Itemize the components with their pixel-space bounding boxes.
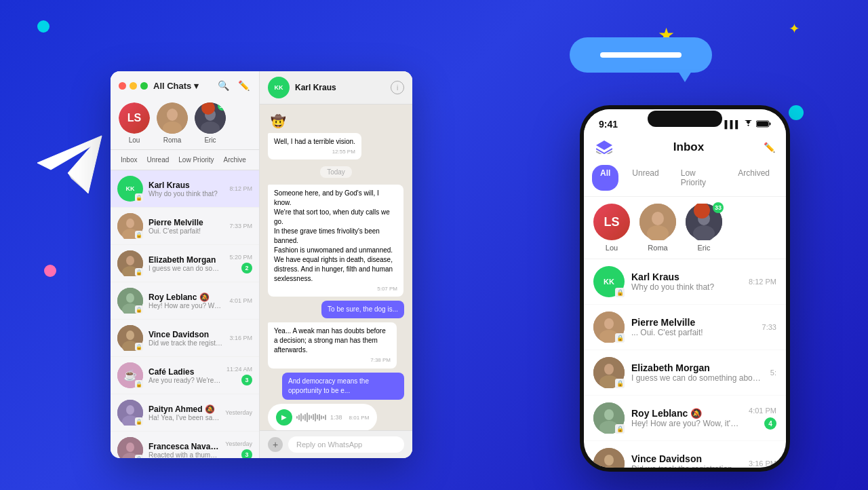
chat-info-roy: Roy Leblanc 🔕 Hey! How are you? Wow, it'… (149, 293, 224, 309)
chat-info-karl: Karl Kraus Why do you think that? (149, 181, 224, 197)
desktop-chat-window: All Chats ▾ 🔍 ✏️ LS Lou Roma (111, 71, 412, 458)
story-item-roma[interactable]: Roma (157, 102, 188, 144)
message-in-1: Well, I had a terrible vision. 12:55 PM (268, 133, 361, 159)
phone-notch (648, 111, 722, 127)
chat-avatar-roy: 🔒 (117, 288, 143, 314)
svg-point-30 (126, 442, 134, 452)
phone-inbox-title: Inbox (673, 140, 704, 154)
message-out-2: And democracy means the opportunity to b… (282, 373, 404, 400)
phone-chat-info-vince: Vince Davidson Did we track the registra… (631, 453, 742, 468)
story-label-roma: Roma (163, 136, 182, 144)
chat-item-cafe[interactable]: ☕ 🔒 Café Ladies Are you ready? We're get… (111, 357, 259, 394)
phone-tab-archived[interactable]: Archived (730, 165, 778, 191)
phone-tab-all[interactable]: All (592, 165, 618, 191)
audio-message: ▶ 1:38 (268, 404, 377, 430)
phone-story-avatar-lou: LS (593, 204, 630, 240)
phone-story-avatar-roma (639, 204, 676, 240)
phone-story-lou[interactable]: LS Lou (593, 204, 630, 252)
phone-compose-icon[interactable]: ✏️ (764, 142, 775, 153)
chat-item-elizabeth[interactable]: 🔒 Elizabeth Morgan I guess we can do som… (111, 245, 259, 282)
window-close-button[interactable] (119, 82, 126, 90)
phone-tab-low-priority[interactable]: Low Priority (673, 165, 725, 191)
phone-screen: 9:41 ▌▌▌ Inbox ✏️ All Unread Low Pr (584, 109, 786, 468)
phone-chat-item-pierre[interactable]: 🔒 Pierre Melville ... Oui. C'est parfait… (584, 305, 786, 350)
phone-chat-list: KK 🔒 Karl Kraus Why do you think that? 8… (584, 259, 786, 468)
story-label-eric: Eric (204, 136, 216, 144)
story-item-lou[interactable]: LS Lou (119, 102, 150, 144)
filter-tab-archive[interactable]: Archive (219, 154, 251, 166)
chat-item-pierre[interactable]: 🔒 Pierre Melville Oui. C'est parfait! 7:… (111, 208, 259, 245)
chat-item-francesca[interactable]: 🔒 Francesca Navarro Reacted with a thumb… (111, 432, 259, 458)
reply-input[interactable]: Reply on WhatsApp (288, 436, 404, 453)
filter-tab-inbox[interactable]: Inbox (116, 154, 142, 166)
compose-icon[interactable]: ✏️ (236, 78, 251, 93)
phone-story-row: LS Lou Roma 33 Eric (584, 197, 786, 259)
phone-chat-avatar-pierre: 🔒 (593, 312, 625, 343)
deco-teal-circle-2 (789, 105, 804, 120)
search-icon[interactable]: 🔍 (216, 78, 231, 93)
chat-avatar-karl: KK 🔒 (117, 176, 143, 202)
layers-icon (595, 138, 614, 157)
chat-panel-header: KK Karl Kraus i (260, 71, 412, 105)
story-label-lou: Lou (129, 136, 140, 144)
svg-point-16 (126, 256, 134, 265)
svg-text:☕: ☕ (123, 369, 137, 381)
phone-chat-info-elizabeth: Elizabeth Morgan I guess we can do somet… (631, 362, 764, 383)
svg-point-6 (167, 109, 178, 121)
message-out-1: To be sure, the dog is... (321, 301, 404, 318)
phone-chat-item-vince[interactable]: 🔒 Vince Davidson Did we track the regist… (584, 441, 786, 468)
phone-story-label-eric: Eric (698, 244, 711, 252)
date-divider-today: Today (320, 166, 352, 178)
chat-sidebar: All Chats ▾ 🔍 ✏️ LS Lou Roma (111, 71, 260, 458)
filter-tab-low-priority[interactable]: Low Priority (174, 154, 218, 166)
message-in-3: Yea... A weak man has doubts before a de… (268, 322, 397, 368)
svg-point-22 (126, 331, 134, 340)
chat-item-roy[interactable]: 🔒 Roy Leblanc 🔕 Hey! How are you? Wow, i… (111, 282, 259, 320)
info-icon[interactable]: i (391, 81, 404, 94)
svg-point-53 (604, 409, 614, 420)
chat-item-paityn[interactable]: 🔒 Paityn Ahmed 🔕 Ha! Yea, I've been sayi… (111, 394, 259, 432)
phone-chat-item-roy[interactable]: 🔒 Roy Leblanc 🔕 Hey! How are you? Wow, i… (584, 396, 786, 441)
story-item-eric[interactable]: 33 Eric (195, 102, 226, 144)
chat-info-elizabeth: Elizabeth Morgan I guess we can do somet… (149, 255, 224, 272)
attach-button[interactable]: + (268, 437, 283, 452)
phone-tab-unread[interactable]: Unread (624, 165, 667, 191)
chat-info-vince: Vince Davidson Did we track the registra… (149, 330, 224, 347)
svg-point-19 (126, 293, 134, 303)
chat-header-avatar: KK (268, 77, 290, 98)
all-chats-title: All Chats ▾ (153, 81, 210, 91)
story-avatar-eric: 33 (195, 102, 226, 134)
chat-avatar-cafe: ☕ 🔒 (117, 362, 143, 388)
phone-story-eric[interactable]: 33 Eric (686, 204, 722, 252)
chat-contact-name: Karl Kraus (295, 83, 385, 92)
phone-filter-tabs: All Unread Low Priority Archived (584, 162, 786, 197)
svg-point-13 (126, 219, 134, 228)
chat-avatar-paityn: 🔒 (117, 400, 143, 426)
eric-badge: 33 (218, 102, 226, 111)
phone-chat-item-karl[interactable]: KK 🔒 Karl Kraus Why do you think that? 8… (584, 259, 786, 305)
chat-info-cafe: Café Ladies Are you ready? We're getting… (149, 367, 221, 384)
chat-avatar-francesca: 🔒 (117, 437, 143, 458)
reply-bar: + Reply on WhatsApp (260, 430, 412, 458)
chat-item-vince[interactable]: 🔒 Vince Davidson Did we track the regist… (111, 320, 259, 357)
window-maximize-button[interactable] (140, 82, 148, 90)
window-controls (119, 82, 148, 90)
filter-tab-unread[interactable]: Unread (142, 154, 174, 166)
wifi-icon (743, 120, 753, 129)
message-in-2: Someone here, and by God's will, I know.… (268, 185, 403, 297)
phone-story-roma[interactable]: Roma (639, 204, 676, 252)
audio-play-button[interactable]: ▶ (276, 409, 292, 426)
phone-eric-badge: 33 (713, 202, 724, 213)
chat-info-francesca: Francesca Navarro Reacted with a thumbs … (149, 442, 220, 459)
svg-point-50 (604, 364, 614, 375)
battery-icon (756, 120, 771, 129)
filter-tabs-desktop: Inbox Unread Low Priority Archive (111, 150, 259, 170)
phone-story-avatar-eric: 33 (686, 204, 722, 240)
chat-info-paityn: Paityn Ahmed 🔕 Ha! Yea, I've been saying… (149, 404, 220, 421)
svg-point-27 (126, 405, 134, 415)
sidebar-action-icons: 🔍 ✏️ (216, 78, 251, 93)
phone-chat-item-elizabeth[interactable]: 🔒 Elizabeth Morgan I guess we can do som… (584, 350, 786, 396)
chat-item-karl-kraus[interactable]: KK 🔒 Karl Kraus Why do you think that? 8… (111, 170, 259, 208)
window-minimize-button[interactable] (130, 82, 137, 90)
chat-avatar-vince: 🔒 (117, 325, 143, 351)
